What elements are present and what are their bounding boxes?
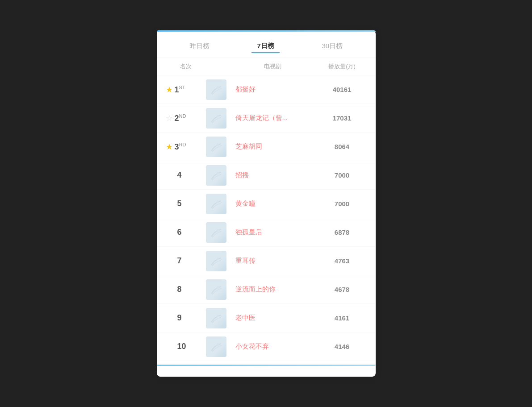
svg-point-0 [216,86,218,88]
svg-point-7 [216,286,218,288]
thumbnail-cell [206,222,228,243]
thumbnail-cell [206,79,228,100]
star-gold-icon: ★ [166,142,173,152]
thumbnail-cell [206,308,228,328]
rank-cell: ★1ST [166,85,206,95]
show-title[interactable]: 倚天屠龙记（曾... [232,114,318,122]
thumbnail-cell [206,165,228,186]
rank-suffix: ND [179,113,186,119]
thumbnail-cell [206,137,228,157]
rank-cell: 4 [166,170,206,180]
thumbnail [206,108,226,129]
header-plays: 播放量(万) [318,62,367,71]
table-row[interactable]: 10 小女花不弃4146 [157,332,376,361]
rank-number: 6 [177,228,182,237]
tab-30日榜[interactable]: 30日榜 [316,40,348,53]
thumbnail [206,222,226,243]
svg-point-6 [216,257,218,260]
star-gold-icon: ★ [166,85,173,95]
table-row[interactable]: 7 重耳传4763 [157,247,376,275]
rank-cell: ★3RD [166,142,206,152]
show-title[interactable]: 独孤皇后 [232,228,318,237]
thumbnail [206,336,226,357]
show-title[interactable]: 老中医 [232,314,318,322]
table-header: 名次 电视剧 播放量(万) [157,58,376,75]
table-row[interactable]: 9 老中医4161 [157,304,376,332]
show-title[interactable]: 重耳传 [232,257,318,265]
show-title[interactable]: 小女花不弃 [232,342,318,351]
rank-suffix: ST [179,85,185,90]
thumbnail [206,308,226,328]
table-row[interactable]: 5 黄金瞳7000 [157,190,376,218]
rank-number: 7 [177,256,182,266]
thumbnail-cell [206,279,228,300]
rank-number: 9 [177,313,182,323]
thumbnail [206,79,226,100]
rank-cell: 8 [166,285,206,294]
svg-point-3 [216,172,218,174]
thumbnail [206,279,226,300]
svg-point-2 [216,143,218,145]
tab-7日榜[interactable]: 7日榜 [251,40,279,53]
ranking-card: 昨日榜7日榜30日榜 名次 电视剧 播放量(万) ★1ST 都挺好40161☆2… [157,30,376,377]
table-row[interactable]: ★3RD 芝麻胡同8064 [157,133,376,161]
rank-cell: 5 [166,199,206,208]
show-title[interactable]: 招摇 [232,171,318,179]
svg-point-1 [216,115,218,117]
rank-number: 3RD [175,142,186,152]
show-title[interactable]: 都挺好 [232,85,318,94]
header-rank: 名次 [166,62,206,71]
play-count: 4146 [318,343,367,350]
ranking-list: ★1ST 都挺好40161☆2ND 倚天屠龙记（曾...17031★3RD 芝麻… [157,75,376,361]
play-count: 4161 [318,314,367,322]
thumbnail [206,165,226,186]
svg-point-5 [216,229,218,231]
thumbnail [206,251,226,271]
tab-bar: 昨日榜7日榜30日榜 [157,32,376,58]
star-gray-icon: ☆ [166,113,173,123]
thumbnail-cell [206,108,228,129]
play-count: 4678 [318,286,367,293]
play-count: 7000 [318,171,367,179]
svg-point-4 [216,200,218,203]
thumbnail-cell [206,251,228,271]
rank-number: 1ST [175,85,185,95]
rank-number: 2ND [175,113,186,123]
rank-cell: 6 [166,228,206,237]
show-title[interactable]: 芝麻胡同 [232,142,318,151]
play-count: 4763 [318,257,367,265]
rank-cell: 9 [166,313,206,323]
play-count: 6878 [318,228,367,236]
rank-cell: ☆2ND [166,113,206,123]
table-row[interactable]: 6 独孤皇后6878 [157,218,376,247]
play-count: 8064 [318,143,367,150]
table-row[interactable]: 8 逆流而上的你4678 [157,275,376,304]
tab-昨日榜[interactable]: 昨日榜 [184,40,215,53]
rank-number: 10 [177,342,186,351]
show-title[interactable]: 黄金瞳 [232,199,318,208]
bottom-border [157,365,376,366]
play-count: 40161 [318,86,367,93]
svg-point-8 [216,315,218,317]
play-count: 7000 [318,200,367,208]
thumbnail [206,194,226,214]
rank-number: 4 [177,170,182,180]
rank-number: 5 [177,199,182,208]
thumbnail [206,137,226,157]
header-title: 电视剧 [228,62,318,71]
rank-cell: 10 [166,342,206,351]
rank-cell: 7 [166,256,206,266]
rank-suffix: RD [179,142,186,147]
play-count: 17031 [318,114,367,122]
show-title[interactable]: 逆流而上的你 [232,285,318,294]
table-row[interactable]: ☆2ND 倚天屠龙记（曾...17031 [157,104,376,133]
thumbnail-cell [206,336,228,357]
svg-point-9 [216,343,218,345]
thumbnail-cell [206,194,228,214]
rank-number: 8 [177,285,182,294]
table-row[interactable]: 4 招摇7000 [157,161,376,190]
table-row[interactable]: ★1ST 都挺好40161 [157,75,376,104]
